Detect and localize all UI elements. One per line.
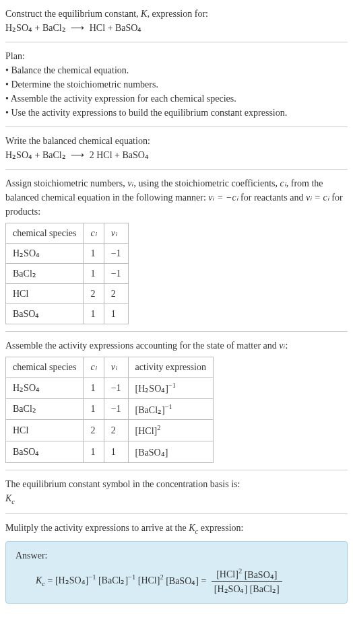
prompt-K: K xyxy=(141,9,147,19)
term: [HCl]2 xyxy=(138,575,164,585)
cell: −1 xyxy=(104,378,128,399)
cell-activity: [HCl]2 xyxy=(128,420,213,441)
cell: BaCl₂ xyxy=(6,264,84,284)
balanced-equation: H₂SO₄ + BaCl₂ ⟶ 2 HCl + BaSO₄ xyxy=(5,150,149,160)
plan-item: • Use the activity expressions to build … xyxy=(5,106,348,120)
cell: HCl xyxy=(6,284,84,304)
arrow-icon: ⟶ xyxy=(68,148,87,162)
term-exp: −1 xyxy=(88,574,96,581)
plan-item: • Assemble the activity expression for e… xyxy=(5,92,348,106)
term: [BaCl₂]−1 xyxy=(98,575,135,585)
cell: 1 xyxy=(84,398,104,420)
equals: = xyxy=(199,575,209,585)
term-base: [H₂SO₄] xyxy=(55,575,88,585)
balanced-rhs: 2 HCl + BaSO₄ xyxy=(90,150,149,160)
col-ci: cᵢ xyxy=(84,223,104,244)
col-activity: activity expression xyxy=(128,357,213,378)
table-header-row: chemical species cᵢ νᵢ xyxy=(6,223,129,244)
term-base: [BaCl₂] xyxy=(98,575,128,585)
multiply-text: expression: xyxy=(198,523,243,533)
K: K xyxy=(5,493,11,503)
prompt-block: Construct the equilibrium constant, K, e… xyxy=(5,7,348,35)
cell: BaSO₄ xyxy=(6,304,84,324)
term: [BaSO₄] xyxy=(245,569,278,579)
divider xyxy=(5,331,348,332)
term-exp: 2 xyxy=(160,574,163,581)
eq-lhs: H₂SO₄ + BaCl₂ xyxy=(5,23,66,33)
table-row: HCl 2 2 [HCl]2 xyxy=(6,420,214,441)
table-row: HCl22 xyxy=(6,284,129,304)
table-header-row: chemical species cᵢ νᵢ activity expressi… xyxy=(6,357,214,378)
cell: BaCl₂ xyxy=(6,398,84,420)
divider xyxy=(5,169,348,170)
activity-table: chemical species cᵢ νᵢ activity expressi… xyxy=(5,357,214,463)
prompt-equation: H₂SO₄ + BaCl₂ ⟶ HCl + BaSO₄ xyxy=(5,23,141,33)
prompt-text-1: Construct the equilibrium constant, xyxy=(5,9,141,19)
act-exp: −1 xyxy=(165,403,172,410)
activity-text: : xyxy=(286,341,288,351)
cell-activity: [H₂SO₄]−1 xyxy=(128,378,213,399)
divider xyxy=(5,127,348,127)
plan-item: • Determine the stoichiometric numbers. xyxy=(5,77,348,92)
act-base: [BaSO₄] xyxy=(135,448,168,458)
cell: 2 xyxy=(104,420,128,441)
numerator: [HCl]2 [BaSO₄] xyxy=(212,567,282,583)
col-species: chemical species xyxy=(6,357,84,378)
cell: 1 xyxy=(84,441,104,462)
cell-activity: [BaSO₄] xyxy=(128,441,213,462)
cell: H₂SO₄ xyxy=(6,244,84,264)
term: [HCl]2 xyxy=(216,569,242,579)
table-row: H₂SO₄1−1 xyxy=(6,244,129,264)
act-exp: −1 xyxy=(168,382,176,389)
act-base: [BaCl₂] xyxy=(135,404,165,415)
term: [H₂SO₄]−1 xyxy=(55,575,96,585)
cell: 1 xyxy=(84,244,104,264)
col-nu: νᵢ xyxy=(104,357,128,378)
act-base: [HCl] xyxy=(135,426,158,436)
Kc-symbol: Kc xyxy=(36,575,45,585)
term-base: [HCl] xyxy=(138,575,160,585)
stoich-text: Assign stoichiometric numbers, xyxy=(5,178,127,188)
stoich-table: chemical species cᵢ νᵢ H₂SO₄1−1 BaCl₂1−1… xyxy=(5,223,129,324)
cell: 2 xyxy=(84,284,104,304)
divider xyxy=(5,42,348,42)
stoich-text: for reactants and xyxy=(238,192,306,203)
term-base: [BaSO₄] xyxy=(166,575,199,585)
fraction: [HCl]2 [BaSO₄] [H₂SO₄] [BaCl₂] xyxy=(212,567,282,597)
activity-text-block: Assemble the activity expressions accoun… xyxy=(5,338,348,353)
balanced-title: Write the balanced chemical equation: xyxy=(5,134,348,148)
term-exp: −1 xyxy=(128,574,135,581)
col-ci: cᵢ xyxy=(84,357,104,378)
multiply-text: Mulitply the activity expressions to arr… xyxy=(5,523,189,533)
table-row: BaSO₄11 xyxy=(6,304,129,324)
cell: 1 xyxy=(84,378,104,399)
Kc-symbol: Kc xyxy=(189,523,198,533)
K-sub: c xyxy=(11,497,15,505)
cell: 1 xyxy=(104,304,128,324)
cell: BaSO₄ xyxy=(6,441,84,462)
act-base: [H₂SO₄] xyxy=(135,384,168,394)
prompt-text-2: , expression for: xyxy=(147,9,208,19)
table-row: BaSO₄ 1 1 [BaSO₄] xyxy=(6,441,214,462)
balanced-block: Write the balanced chemical equation: H₂… xyxy=(5,134,348,162)
rule-products: νᵢ = cᵢ xyxy=(306,192,329,203)
equals: = xyxy=(45,575,55,585)
stoich-block: Assign stoichiometric numbers, νᵢ, using… xyxy=(5,176,348,219)
cell-activity: [BaCl₂]−1 xyxy=(128,398,213,420)
cell: H₂SO₄ xyxy=(6,378,84,399)
cell: 2 xyxy=(104,284,128,304)
basis-text: The equilibrium constant symbol in the c… xyxy=(5,477,348,491)
rule-reactants: νᵢ = −cᵢ xyxy=(208,192,238,203)
activity-text: Assemble the activity expressions accoun… xyxy=(5,341,279,351)
arrow-icon: ⟶ xyxy=(68,21,87,35)
Kc-symbol: Kc xyxy=(5,493,15,503)
cell: 2 xyxy=(84,420,104,441)
term: [BaSO₄] xyxy=(166,575,199,585)
stoich-text: , using the stoichiometric coefficients, xyxy=(133,178,280,188)
answer-label: Answer: xyxy=(15,548,338,563)
table-row: BaCl₂1−1 xyxy=(6,264,129,284)
term: [H₂SO₄] xyxy=(214,584,247,594)
plan-title: Plan: xyxy=(5,49,348,63)
term: [BaCl₂] xyxy=(250,584,280,594)
cell: 1 xyxy=(84,264,104,284)
